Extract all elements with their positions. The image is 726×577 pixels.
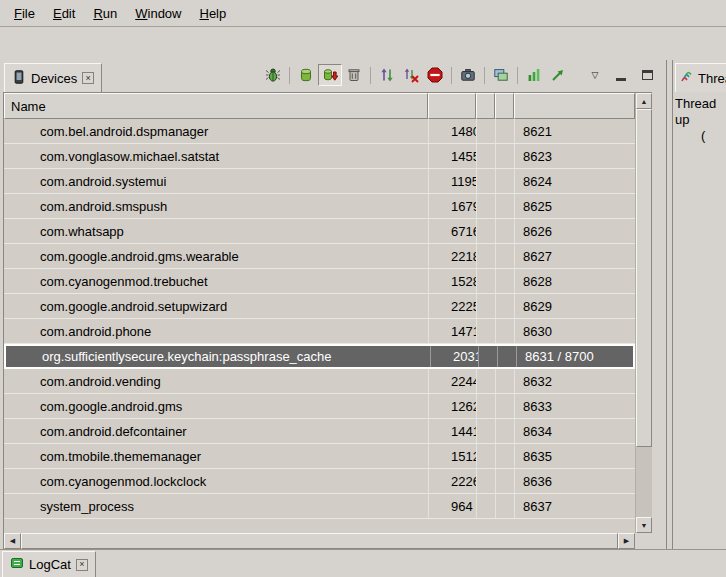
menu-help[interactable]: Help <box>190 3 235 24</box>
vertical-scrollbar[interactable]: ▲ ▼ <box>635 93 652 533</box>
ddms-window: File Edit Run Window Help Devices × <box>0 0 726 577</box>
debug-icon <box>265 67 281 83</box>
process-port-cell: 8632 <box>514 369 635 393</box>
menu-file[interactable]: File <box>5 3 44 24</box>
view-window-controls: ▽ <box>586 65 656 85</box>
tab-devices-label: Devices <box>31 71 77 86</box>
tab-devices[interactable]: Devices × <box>4 63 102 92</box>
empty-cell <box>495 244 514 268</box>
devices-toolbar: ▽ <box>261 64 656 86</box>
empty-cell <box>476 444 495 468</box>
scroll-left-button[interactable]: ◀ <box>4 533 21 549</box>
table-row[interactable]: system_process 964 8637 <box>4 494 635 519</box>
system-info-button[interactable] <box>522 64 546 86</box>
process-pid-cell: 20311 <box>430 346 478 367</box>
tab-logcat[interactable]: LogCat × <box>2 551 96 577</box>
update-heap-button[interactable] <box>294 64 318 86</box>
process-port-cell: 8637 <box>514 494 635 518</box>
table-row[interactable]: com.android.defcontainer 14411 8634 <box>4 419 635 444</box>
empty-cell <box>476 294 495 318</box>
table-row[interactable]: com.android.systemui 1195 8624 <box>4 169 635 194</box>
table-row[interactable]: com.tmobile.thememanager 1512 8635 <box>4 444 635 469</box>
stop-icon <box>427 67 443 83</box>
cause-gc-button[interactable] <box>342 64 366 86</box>
toolbar-separator <box>289 67 290 84</box>
process-pid-cell: 14411 <box>428 419 476 443</box>
toolbar-separator <box>370 67 371 84</box>
menu-window[interactable]: Window <box>126 3 190 24</box>
process-port-cell: 8621 <box>514 119 635 143</box>
debug-process-button[interactable] <box>261 64 285 86</box>
view-menu-button[interactable]: ▽ <box>586 65 604 85</box>
table-row[interactable]: com.android.phone 1471 8630 <box>4 319 635 344</box>
table-row[interactable]: com.google.android.gms.wearable 22185 86… <box>4 244 635 269</box>
devices-tab-bar: Devices × <box>0 60 666 92</box>
tab-threads-label: Threads <box>698 71 726 86</box>
process-name-cell: com.google.android.gms <box>4 394 428 418</box>
process-name-cell: com.bel.android.dspmanager <box>4 119 428 143</box>
process-name-cell: com.android.phone <box>4 319 428 343</box>
scroll-right-button[interactable]: ▶ <box>618 533 635 549</box>
process-pid-cell: 964 <box>428 494 476 518</box>
close-icon[interactable]: × <box>76 559 88 571</box>
trash-icon <box>346 67 362 83</box>
tab-threads[interactable]: Threads <box>675 63 726 92</box>
maximize-button[interactable] <box>638 65 656 85</box>
column-header-pid[interactable] <box>428 93 476 119</box>
menu-run[interactable]: Run <box>84 3 126 24</box>
table-row[interactable]: com.google.android.setupwizard 22250 862… <box>4 294 635 319</box>
minimize-button[interactable] <box>612 65 630 85</box>
table-row[interactable]: org.sufficientlysecure.keychain:passphra… <box>4 344 635 369</box>
down-arrow-icon: ▼ <box>641 522 648 529</box>
empty-cell <box>495 144 514 168</box>
scroll-up-button[interactable]: ▲ <box>636 93 652 109</box>
screen-capture-button[interactable] <box>456 64 480 86</box>
process-pid-cell: 1679 <box>428 194 476 218</box>
stop-method-profiling-button[interactable] <box>399 64 423 86</box>
process-name-cell: system_process <box>4 494 428 518</box>
table-row[interactable]: com.cyanogenmod.trebuchet 1528 8628 <box>4 269 635 294</box>
logcat-bar: LogCat × <box>0 549 726 577</box>
column-header-empty-1[interactable] <box>476 93 495 119</box>
close-icon[interactable]: × <box>82 72 94 84</box>
empty-cell <box>476 244 495 268</box>
expand-tree-button[interactable] <box>546 64 570 86</box>
table-row[interactable]: com.cyanogenmod.lockclock 22265 8636 <box>4 469 635 494</box>
diagonal-arrow-icon <box>550 67 566 83</box>
process-port-cell: 8635 <box>514 444 635 468</box>
threads-tab-bar: Threads <box>673 60 726 92</box>
process-name-cell: com.android.systemui <box>4 169 428 193</box>
frame-capture-button[interactable] <box>489 64 513 86</box>
vertical-scrollbar-thumb[interactable] <box>636 109 652 447</box>
table-row[interactable]: com.whatsapp 6716 8626 <box>4 219 635 244</box>
logcat-icon <box>10 556 24 573</box>
column-header-port[interactable] <box>514 93 635 119</box>
table-row[interactable]: com.bel.android.dspmanager 1480 8621 <box>4 119 635 144</box>
empty-cell <box>476 144 495 168</box>
process-name-cell: org.sufficientlysecure.keychain:passphra… <box>6 346 430 367</box>
update-threads-button[interactable] <box>375 64 399 86</box>
stop-process-button[interactable] <box>423 64 447 86</box>
horizontal-scrollbar[interactable]: ◀ ▶ <box>4 533 635 549</box>
empty-cell <box>495 469 514 493</box>
table-row[interactable]: com.android.smspush 1679 8625 <box>4 194 635 219</box>
column-header-empty-2[interactable] <box>495 93 514 119</box>
empty-cell <box>495 319 514 343</box>
empty-cell <box>476 119 495 143</box>
scroll-down-button[interactable]: ▼ <box>636 517 652 533</box>
process-pid-cell: 6716 <box>428 219 476 243</box>
process-name-cell: com.android.smspush <box>4 194 428 218</box>
process-port-cell: 8630 <box>514 319 635 343</box>
table-row[interactable]: com.google.android.gms 12623 8633 <box>4 394 635 419</box>
table-row[interactable]: com.vonglasow.michael.satstat 14553 8623 <box>4 144 635 169</box>
horizontal-scrollbar-thumb[interactable] <box>21 533 618 549</box>
main-toolbar <box>0 27 726 60</box>
menu-edit[interactable]: Edit <box>44 3 84 24</box>
process-port-cell: 8625 <box>514 194 635 218</box>
process-name-cell: com.cyanogenmod.lockclock <box>4 469 428 493</box>
empty-cell <box>476 169 495 193</box>
column-header-name[interactable]: Name <box>4 93 428 119</box>
update-heap-icon <box>298 67 314 83</box>
table-row[interactable]: com.android.vending 22440 8632 <box>4 369 635 394</box>
dump-hprof-button[interactable] <box>318 64 342 86</box>
